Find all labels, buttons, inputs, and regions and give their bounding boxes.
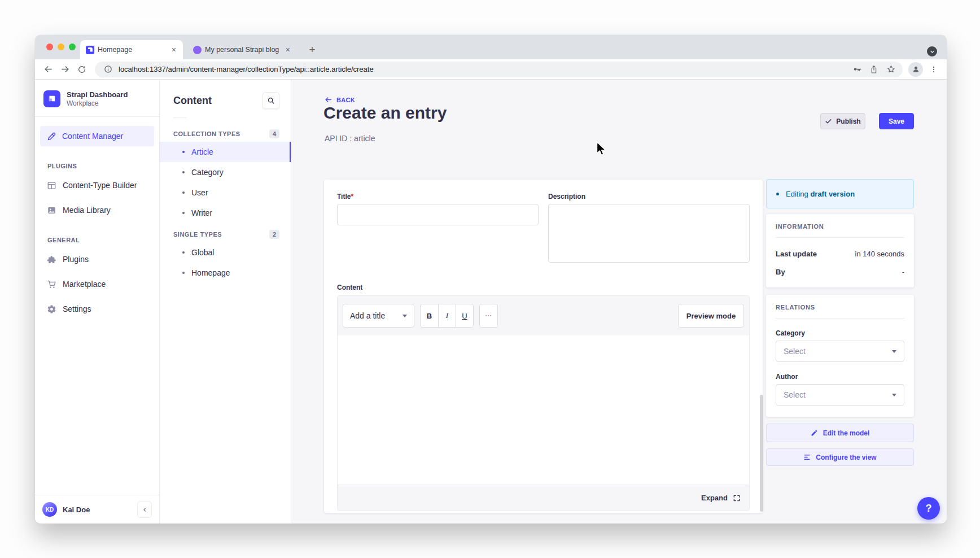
search-icon	[267, 97, 275, 104]
reload-button[interactable]	[75, 62, 89, 77]
nav-item-writer[interactable]: Writer	[160, 203, 291, 223]
draft-status-banner: Editing draft version	[766, 179, 914, 208]
search-tabs-button[interactable]	[927, 46, 937, 56]
help-button[interactable]: ?	[917, 497, 940, 520]
group-label: COLLECTION TYPES	[173, 130, 240, 137]
check-icon	[825, 117, 832, 125]
divider	[173, 117, 187, 118]
chevron-down-icon	[892, 350, 896, 353]
cart-icon	[47, 280, 56, 289]
sidebar-item-label: Plugins	[63, 255, 89, 264]
more-formats-button[interactable]: ...	[479, 304, 498, 328]
chevron-left-icon	[142, 507, 147, 512]
back-button[interactable]	[41, 62, 55, 77]
nav-item-homepage[interactable]: Homepage	[160, 263, 291, 283]
sidebar-section-general: GENERAL	[40, 237, 154, 243]
browser-profile-avatar[interactable]	[908, 62, 923, 77]
back-link[interactable]: BACK	[325, 96, 355, 103]
edit-model-label: Edit the model	[823, 429, 870, 437]
expand-icon[interactable]	[733, 494, 741, 502]
sidebar-item-plugins[interactable]: Plugins	[40, 249, 154, 269]
meta-panel: Editing draft version INFORMATION Last u…	[766, 179, 914, 466]
chevron-down-icon	[930, 49, 935, 54]
close-tab-icon[interactable]: ×	[285, 45, 291, 55]
tab-title: Homepage	[98, 46, 167, 54]
address-bar[interactable]: localhost:1337/admin/content-manager/col…	[95, 62, 903, 77]
bullet-icon	[182, 251, 185, 254]
tab-title: My personal Strapi blog | Strap	[205, 46, 281, 54]
app-name: Strapi Dashboard	[67, 90, 128, 99]
gear-icon	[47, 304, 56, 314]
sidebar-item-content-manager[interactable]: Content Manager	[40, 126, 154, 146]
nav-item-label: Global	[191, 248, 214, 257]
sidebar-item-settings[interactable]: Settings	[40, 299, 154, 319]
sidebar-item-media-library[interactable]: Media Library	[40, 200, 154, 220]
info-value: in 140 seconds	[855, 250, 904, 258]
nav-item-article[interactable]: Article	[160, 142, 291, 162]
status-version: draft version	[810, 190, 855, 198]
close-tab-icon[interactable]: ×	[170, 45, 177, 55]
close-window-button[interactable]	[46, 43, 53, 50]
heading-select[interactable]: Add a title	[343, 304, 414, 328]
tab-strapi-blog[interactable]: My personal Strapi blog | Strap ×	[189, 40, 296, 59]
workspace-switcher[interactable]: Strapi Dashboard Workplace	[35, 80, 159, 117]
author-select[interactable]: Select	[776, 384, 904, 406]
italic-button[interactable]: I	[438, 304, 456, 327]
nav-item-user[interactable]: User	[160, 182, 291, 203]
window-controls	[46, 43, 76, 50]
search-button[interactable]	[262, 92, 279, 109]
bookmark-star-icon[interactable]	[885, 63, 897, 76]
expand-label: Expand	[701, 494, 728, 502]
nav-item-category[interactable]: Category	[160, 162, 291, 182]
image-icon	[47, 206, 56, 215]
blog-favicon	[193, 46, 202, 54]
editor-footer: Expand	[338, 485, 749, 511]
group-label: SINGLE TYPES	[173, 231, 222, 238]
editor-toolbar: Add a title B I U ... Preview mode	[338, 296, 749, 335]
editor-body[interactable]	[338, 335, 749, 485]
sidebar-item-content-type-builder[interactable]: Content-Type Builder	[40, 175, 154, 195]
title-field-label: Title*	[337, 193, 539, 200]
new-tab-button[interactable]: +	[305, 42, 320, 57]
entry-form-card: Title* Description Content Add a title	[324, 180, 763, 513]
info-label: Last update	[776, 250, 817, 258]
nav-item-label: User	[191, 188, 208, 197]
card-title: INFORMATION	[776, 223, 904, 230]
count-badge: 2	[269, 230, 279, 239]
divider	[776, 318, 904, 319]
bold-button[interactable]: B	[421, 304, 438, 327]
edit-model-button[interactable]: Edit the model	[766, 424, 914, 442]
title-input[interactable]	[337, 204, 539, 225]
site-info-icon[interactable]	[102, 63, 114, 76]
category-select[interactable]: Select	[776, 341, 904, 362]
user-name: Kai Doe	[63, 505, 90, 514]
minimize-window-button[interactable]	[58, 43, 64, 50]
publish-button[interactable]: Publish	[820, 113, 865, 129]
collapse-sidebar-button[interactable]	[137, 501, 152, 518]
forward-button[interactable]	[58, 62, 72, 77]
main-sidebar: Strapi Dashboard Workplace Content Manag…	[35, 80, 160, 524]
nav-item-label: Homepage	[191, 268, 230, 277]
nav-item-global[interactable]: Global	[160, 242, 291, 263]
preview-mode-button[interactable]: Preview mode	[678, 304, 744, 328]
user-profile-row[interactable]: KD Kai Doe	[35, 495, 159, 524]
browser-menu-icon[interactable]	[926, 62, 941, 77]
password-key-icon[interactable]	[851, 63, 863, 76]
zoom-window-button[interactable]	[69, 43, 76, 50]
relations-card: RELATIONS Category Select Author Select	[766, 295, 914, 417]
panel-title: Content	[173, 95, 212, 107]
save-button[interactable]: Save	[879, 113, 914, 129]
sidebar-item-label: Content-Type Builder	[63, 181, 137, 190]
content-nav-panel: Content COLLECTION TYPES 4 Article Categ…	[160, 80, 291, 524]
sidebar-item-marketplace[interactable]: Marketplace	[40, 274, 154, 294]
share-icon[interactable]	[868, 63, 880, 76]
select-placeholder: Select	[784, 347, 806, 356]
underline-button[interactable]: U	[456, 304, 473, 327]
tab-homepage[interactable]: Homepage ×	[80, 40, 183, 59]
bullet-icon	[182, 151, 185, 153]
nav-item-label: Category	[191, 168, 224, 177]
description-textarea[interactable]	[548, 204, 750, 263]
scrollbar-thumb[interactable]	[760, 395, 763, 512]
browser-tab-strip: Homepage × My personal Strapi blog | Str…	[35, 35, 947, 59]
configure-view-button[interactable]: Configure the view	[766, 448, 914, 466]
